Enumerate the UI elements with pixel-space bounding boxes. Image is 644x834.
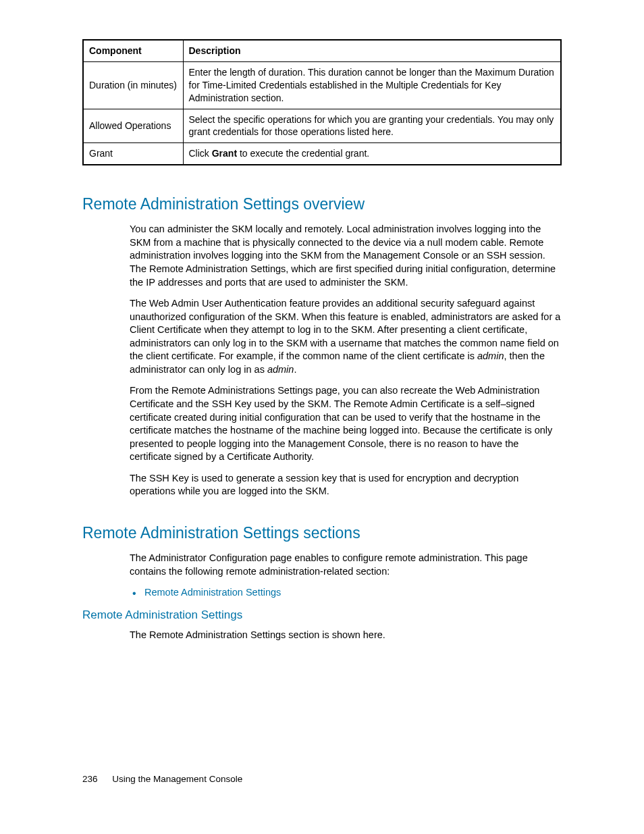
paragraph: The Administrator Configuration page ena… xyxy=(130,552,562,578)
heading-remote-admin-sections: Remote Administration Settings sections xyxy=(82,523,562,544)
table-cell-description: Select the specific operations for which… xyxy=(183,109,561,143)
page-footer: 236 Using the Management Console xyxy=(82,773,242,785)
chapter-title: Using the Management Console xyxy=(112,774,242,784)
bullet-list: Remote Administration Settings xyxy=(130,586,562,600)
heading-remote-admin-overview: Remote Administration Settings overview xyxy=(82,194,562,215)
table-cell-description: Enter the length of duration. This durat… xyxy=(183,61,561,109)
table-cell-description: Click Grant to execute the credential gr… xyxy=(183,143,561,165)
table-header-description: Description xyxy=(183,40,561,61)
paragraph: The SSH Key is used to generate a sessio… xyxy=(130,472,562,498)
table-header-component: Component xyxy=(83,40,183,61)
paragraph: The Remote Administration Settings secti… xyxy=(130,629,562,642)
table-cell-component: Allowed Operations xyxy=(83,109,183,143)
page-number: 236 xyxy=(82,774,98,784)
subheading-remote-admin-settings: Remote Administration Settings xyxy=(82,608,562,623)
table-cell-component: Grant xyxy=(83,143,183,165)
component-table: Component Description Duration (in minut… xyxy=(82,39,562,165)
link-remote-admin-settings[interactable]: Remote Administration Settings xyxy=(144,587,281,598)
table-row: Grant Click Grant to execute the credent… xyxy=(83,143,561,165)
table-row: Allowed Operations Select the specific o… xyxy=(83,109,561,143)
paragraph: You can administer the SKM locally and r… xyxy=(130,223,562,289)
paragraph: The Web Admin User Authentication featur… xyxy=(130,297,562,376)
table-cell-component: Duration (in minutes) xyxy=(83,61,183,109)
list-item: Remote Administration Settings xyxy=(130,586,562,600)
table-row: Duration (in minutes) Enter the length o… xyxy=(83,61,561,109)
paragraph: From the Remote Administrations Settings… xyxy=(130,384,562,463)
